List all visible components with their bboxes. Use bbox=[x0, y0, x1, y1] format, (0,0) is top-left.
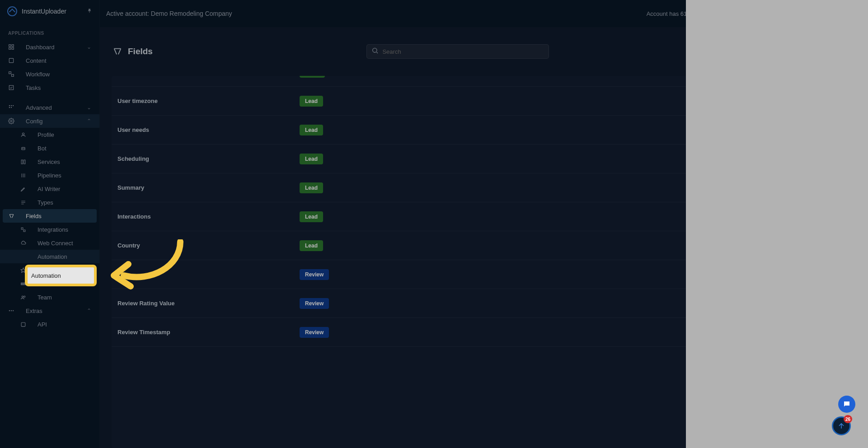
pin-icon[interactable] bbox=[87, 8, 92, 15]
sidebar-item-ai-writer[interactable]: AI Writer bbox=[0, 182, 99, 196]
svg-rect-18 bbox=[21, 160, 23, 164]
sidebar-item-fields[interactable]: Fields bbox=[3, 209, 97, 223]
tasks-icon bbox=[8, 84, 14, 91]
sidebar-item-api[interactable]: API bbox=[0, 317, 99, 331]
type-badge: Lead bbox=[300, 182, 323, 193]
sidebar-item-label: Fields bbox=[26, 213, 42, 219]
advanced-icon bbox=[8, 104, 14, 111]
sidebar-item-label: Types bbox=[38, 199, 53, 206]
sidebar-item-workflow[interactable]: Workflow bbox=[0, 67, 99, 81]
sidebar-item-extras[interactable]: Extras ⌃ bbox=[0, 304, 99, 317]
automation-icon bbox=[20, 253, 26, 260]
sidebar-item-web-connect[interactable]: Web Connect bbox=[0, 236, 99, 250]
scroll-top-bubble[interactable]: 26 bbox=[832, 416, 851, 435]
sidebar-item-profile[interactable]: Profile bbox=[0, 128, 99, 141]
svg-point-13 bbox=[10, 120, 12, 122]
sidebar-item-types[interactable]: Types bbox=[0, 196, 99, 209]
svg-point-29 bbox=[13, 310, 14, 311]
field-name: Interactions bbox=[117, 213, 300, 220]
svg-point-25 bbox=[22, 296, 23, 297]
svg-rect-7 bbox=[9, 85, 13, 89]
right-whitespace bbox=[686, 0, 868, 448]
field-name: Summary bbox=[117, 184, 300, 191]
sidebar-item-label: Services bbox=[38, 159, 60, 165]
sidebar-item-label: Automation bbox=[38, 253, 67, 260]
cloud-icon bbox=[20, 240, 26, 246]
sidebar-item-integrations[interactable]: Integrations bbox=[0, 223, 99, 236]
sidebar-item-label: Extras bbox=[26, 308, 42, 314]
gear-icon bbox=[8, 118, 14, 124]
logo-icon bbox=[7, 6, 17, 16]
chevron-up-icon: ⌃ bbox=[87, 308, 91, 314]
sidebar-item-team[interactable]: Team bbox=[0, 290, 99, 304]
field-name: Country bbox=[117, 242, 300, 249]
svg-point-16 bbox=[22, 148, 23, 149]
svg-point-32 bbox=[373, 48, 377, 52]
type-badge: Lead bbox=[300, 240, 323, 251]
sidebar-item-label: API bbox=[38, 321, 47, 328]
sidebar-item-advanced[interactable]: Advanced ⌄ bbox=[0, 101, 99, 114]
sidebar-item-bot[interactable]: Bot bbox=[0, 141, 99, 155]
team-icon bbox=[20, 294, 26, 300]
sidebar-item-label: Pipelines bbox=[38, 172, 61, 179]
brand-logo[interactable]: InstantUploader bbox=[7, 6, 66, 16]
type-badge: Review bbox=[300, 298, 329, 309]
sidebar-item-automation[interactable]: Automation bbox=[0, 250, 99, 263]
search-input[interactable] bbox=[382, 48, 544, 55]
sidebar-item-label: Profile bbox=[38, 131, 54, 138]
chat-bubble[interactable] bbox=[838, 396, 855, 413]
sidebar-item-label: AI Writer bbox=[38, 186, 60, 192]
types-icon bbox=[20, 199, 26, 205]
svg-point-14 bbox=[22, 133, 24, 135]
sidebar-item-tasks[interactable]: Tasks bbox=[0, 81, 99, 94]
svg-rect-30 bbox=[21, 322, 25, 327]
sidebar-item-dashboard[interactable]: Dashboard ⌄ bbox=[0, 40, 99, 54]
dashboard-icon bbox=[8, 44, 14, 50]
sidebar-item-content[interactable]: Content bbox=[0, 54, 99, 67]
svg-rect-20 bbox=[21, 228, 23, 229]
user-icon bbox=[20, 131, 26, 138]
svg-point-27 bbox=[9, 310, 10, 311]
svg-point-17 bbox=[23, 148, 24, 149]
automation-highlight: Automation bbox=[25, 265, 97, 286]
fields-icon bbox=[8, 213, 14, 219]
sidebar-item-label: Team bbox=[38, 294, 52, 301]
workflow-icon bbox=[8, 71, 14, 77]
svg-point-9 bbox=[11, 105, 12, 106]
type-badge: Lead bbox=[300, 211, 323, 222]
field-name: Review Timestamp bbox=[117, 329, 300, 336]
chevron-down-icon: ⌄ bbox=[87, 104, 91, 111]
sidebar-item-label: Config bbox=[26, 118, 43, 125]
sidebar-item-label: Integrations bbox=[38, 226, 68, 233]
chevron-up-icon: ⌃ bbox=[87, 118, 91, 124]
svg-point-10 bbox=[13, 105, 14, 106]
sidebar-item-config[interactable]: Config ⌃ bbox=[0, 114, 99, 128]
api-icon bbox=[20, 321, 26, 327]
field-name: Review Rating Value bbox=[117, 300, 300, 307]
applications-label: APPLICATIONS bbox=[0, 23, 99, 40]
pencil-icon bbox=[20, 186, 26, 192]
svg-rect-4 bbox=[9, 58, 13, 62]
sidebar: InstantUploader APPLICATIONS Dashboard ⌄… bbox=[0, 0, 100, 448]
svg-point-26 bbox=[23, 296, 25, 297]
page-title: Fields bbox=[128, 47, 153, 56]
svg-rect-0 bbox=[9, 45, 11, 47]
integrations-icon bbox=[20, 226, 26, 233]
sidebar-item-pipelines[interactable]: Pipelines bbox=[0, 168, 99, 182]
svg-rect-5 bbox=[9, 72, 11, 74]
automation-highlight-label: Automation bbox=[31, 272, 61, 279]
search-box[interactable] bbox=[366, 44, 549, 59]
bot-icon bbox=[20, 145, 26, 151]
extras-submenu: API bbox=[0, 317, 99, 331]
brand-name: InstantUploader bbox=[22, 8, 66, 15]
extras-icon bbox=[8, 308, 14, 314]
svg-point-11 bbox=[9, 107, 10, 108]
svg-rect-21 bbox=[23, 230, 25, 232]
sidebar-item-services[interactable]: Services bbox=[0, 155, 99, 168]
type-badge: Review bbox=[300, 269, 329, 280]
chevron-down-icon: ⌄ bbox=[87, 44, 91, 50]
notif-badge: 26 bbox=[844, 415, 852, 423]
type-badge: Review bbox=[300, 327, 329, 338]
svg-rect-2 bbox=[9, 47, 11, 49]
active-account-label: Active account: Demo Remodeling Company bbox=[106, 10, 232, 17]
